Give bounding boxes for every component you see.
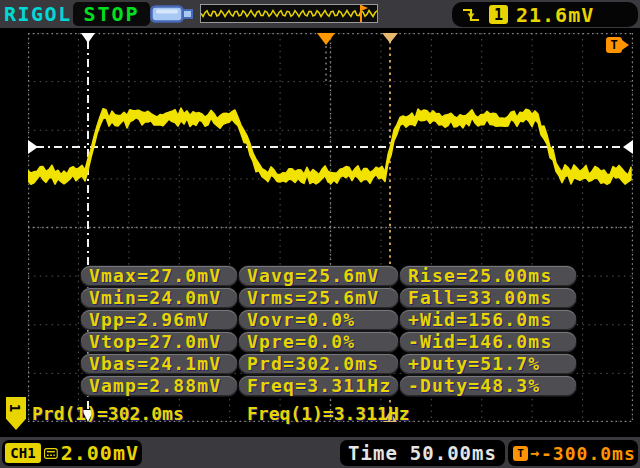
trigger-offset-box[interactable]: T → -300.0ms	[508, 440, 638, 466]
frequency-readout: Freq(1)=3.311Hz	[247, 403, 410, 424]
trigger-level-badge[interactable]: T	[606, 37, 629, 53]
measurement-cell-rise: Rise=25.00ms	[400, 266, 576, 286]
ch1-position-marker[interactable]: 1	[6, 397, 26, 430]
memory-waveform-preview	[200, 4, 378, 23]
period-readout: Prd(1)=302.0ms	[32, 403, 184, 424]
memory-waveform-icon	[201, 5, 377, 22]
measurement-cell-vovr: Vovr=0.0%	[239, 310, 398, 330]
timebase-box[interactable]: Time 50.00ms	[340, 440, 505, 466]
measurement-cell-prd: Prd=302.0ms	[239, 354, 398, 374]
measurement-cell-vamp: Vamp=2.88mV	[81, 376, 237, 396]
trigger-level-value: 21.6mV	[516, 3, 594, 27]
measurement-cell-pduty: +Duty=51.7%	[400, 354, 576, 374]
measurement-cell-freq: Freq=3.311Hz	[239, 376, 398, 396]
measurement-cell-vtop: Vtop=27.0mV	[81, 332, 237, 352]
measurement-cell-pwid: +Wid=156.0ms	[400, 310, 576, 330]
top-status-bar: RIGOL STOP 1 21.6mV	[0, 0, 640, 28]
measurement-cell-vmax: Vmax=27.0mV	[81, 266, 237, 286]
ch1-status-box[interactable]: CH1 2.00mV	[2, 440, 142, 466]
timebase-scale-value: 50.00ms	[410, 442, 497, 464]
ch1-scale-value: 2.00mV	[61, 441, 139, 465]
dc-coupling-icon	[44, 446, 58, 461]
rigol-logo: RIGOL	[4, 2, 72, 26]
trigger-offset-value: -300.0ms	[541, 443, 636, 464]
measurement-cell-vbas: Vbas=24.1mV	[81, 354, 237, 374]
measurement-cell-nduty: -Duty=48.3%	[400, 376, 576, 396]
arrow-right-icon: →	[530, 444, 539, 462]
usb-storage-icon	[150, 4, 196, 24]
trigger-level-arrow-icon	[622, 40, 629, 50]
trigger-source-badge: 1	[489, 5, 508, 24]
run-status-label: STOP	[83, 2, 139, 26]
trigger-offset-t-badge: T	[513, 446, 528, 461]
measurement-cell-fall: Fall=33.00ms	[400, 288, 576, 308]
trigger-status-box[interactable]: 1 21.6mV	[452, 2, 638, 27]
oscilloscope-screen: RIGOL STOP 1 21.6mV T	[0, 0, 640, 468]
measurement-cell-vmin: Vmin=24.0mV	[81, 288, 237, 308]
trigger-level-t-label: T	[606, 37, 622, 53]
timebase-label: Time	[348, 442, 398, 464]
run-status-badge[interactable]: STOP	[73, 2, 150, 26]
measurement-cell-vpre: Vpre=0.0%	[239, 332, 398, 352]
measurement-cell-vavg: Vavg=25.6mV	[239, 266, 398, 286]
ch1-badge: CH1	[5, 443, 41, 463]
measurement-cell-vpp: Vpp=2.96mV	[81, 310, 237, 330]
ch1-position-marker-label: 1	[7, 404, 23, 412]
measurement-panel: Vmax=27.0mV Vavg=25.6mV Rise=25.00ms Vmi…	[81, 266, 576, 396]
measurement-cell-nwid: -Wid=146.0ms	[400, 332, 576, 352]
falling-edge-icon	[461, 5, 481, 25]
bottom-status-bar: CH1 2.00mV Time 50.00ms T → -300.0ms	[0, 437, 640, 468]
measurement-cell-vrms: Vrms=25.6mV	[239, 288, 398, 308]
